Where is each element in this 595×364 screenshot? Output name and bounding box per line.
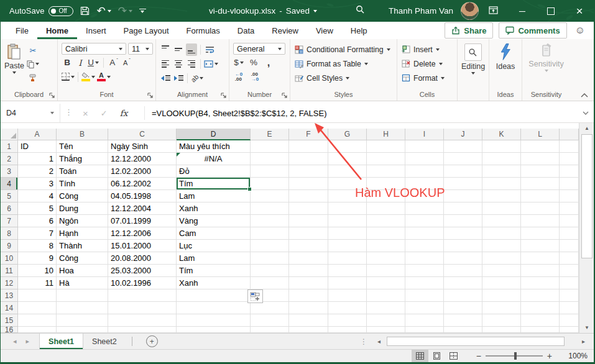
- cell-k10[interactable]: [482, 252, 521, 265]
- cell-partial-4[interactable]: [560, 178, 579, 190]
- zoom-in-button[interactable]: +: [543, 351, 556, 361]
- cell-e9[interactable]: [251, 240, 289, 252]
- zoom-out-button[interactable]: −: [472, 351, 486, 361]
- scrollbar-resize-grip[interactable]: ⋮: [360, 337, 367, 346]
- cell-j11[interactable]: [444, 265, 482, 277]
- bold-button[interactable]: B: [62, 57, 73, 69]
- cell-i13[interactable]: [405, 289, 444, 302]
- cell-c14[interactable]: [108, 302, 177, 314]
- cell-a3[interactable]: 2: [18, 165, 57, 178]
- cell-k6[interactable]: [482, 202, 521, 215]
- user-avatar[interactable]: [461, 2, 479, 20]
- cell-f4[interactable]: [289, 178, 328, 190]
- cell-j1[interactable]: [444, 140, 482, 153]
- row-header-3[interactable]: 3: [1, 165, 18, 178]
- row-header-6[interactable]: 6: [1, 202, 18, 215]
- italic-button[interactable]: I: [75, 57, 86, 69]
- cell-b8[interactable]: Hạnh: [57, 227, 108, 240]
- cell-g16[interactable]: [328, 327, 367, 333]
- cell-h7[interactable]: [367, 215, 405, 227]
- zoom-slider-handle[interactable]: [514, 352, 517, 360]
- cell-j5[interactable]: [444, 190, 482, 202]
- cell-a2[interactable]: 1: [18, 153, 57, 165]
- cell-d2[interactable]: #N/A: [177, 153, 251, 165]
- cell-j3[interactable]: [444, 165, 482, 178]
- user-name[interactable]: Thanh Pham Van: [389, 6, 453, 16]
- cell-j6[interactable]: [444, 202, 482, 215]
- row-header-16[interactable]: 16: [1, 327, 18, 333]
- cell-b6[interactable]: Dung: [57, 202, 108, 215]
- cell-d3[interactable]: Đỏ: [177, 165, 251, 178]
- cell-i12[interactable]: [405, 277, 444, 289]
- row-header-4[interactable]: 4: [1, 178, 18, 190]
- format-painter-button[interactable]: [27, 71, 39, 84]
- increase-indent-button[interactable]: [173, 72, 184, 84]
- cell-g7[interactable]: [328, 215, 367, 227]
- cell-b13[interactable]: [57, 289, 108, 302]
- cell-l8[interactable]: [521, 227, 560, 240]
- cell-e12[interactable]: [251, 277, 289, 289]
- column-header-k[interactable]: K: [482, 129, 521, 140]
- currency-button[interactable]: $: [233, 57, 244, 69]
- cell-k13[interactable]: [482, 289, 521, 302]
- select-all-button[interactable]: [1, 129, 18, 140]
- cell-f2[interactable]: [289, 153, 328, 165]
- cell-e8[interactable]: [251, 227, 289, 240]
- cell-g11[interactable]: [328, 265, 367, 277]
- cell-b3[interactable]: Toán: [57, 165, 108, 178]
- cell-d15[interactable]: [177, 314, 251, 327]
- h-scroll-left-button[interactable]: ◂: [374, 334, 384, 350]
- cancel-button[interactable]: ×: [83, 108, 88, 119]
- cell-e16[interactable]: [251, 327, 289, 333]
- zoom-level[interactable]: 100%: [564, 352, 588, 360]
- format-cells-button[interactable]: Format: [397, 71, 457, 85]
- cell-l16[interactable]: [521, 327, 560, 333]
- sensitivity-button[interactable]: Sensitivity: [528, 42, 563, 90]
- format-as-table-button[interactable]: Format as Table: [290, 57, 397, 71]
- horizontal-scrollbar-thumb[interactable]: [387, 337, 565, 346]
- cell-c12[interactable]: 10.02.1996: [108, 277, 177, 289]
- horizontal-scrollbar[interactable]: [384, 334, 578, 350]
- cell-l14[interactable]: [521, 302, 560, 314]
- cell-a5[interactable]: 4: [18, 190, 57, 202]
- enter-button[interactable]: ✓: [101, 109, 108, 118]
- cell-a12[interactable]: 11: [18, 277, 57, 289]
- column-header-partial[interactable]: [560, 129, 579, 140]
- cell-styles-button[interactable]: Cell Styles: [290, 71, 397, 85]
- cell-d8[interactable]: Cam: [177, 227, 251, 240]
- row-header-14[interactable]: 14: [1, 302, 18, 314]
- increase-font-button[interactable]: Aˆ: [108, 57, 119, 69]
- copy-button[interactable]: [27, 58, 39, 70]
- cell-a10[interactable]: 9: [18, 252, 57, 265]
- name-box[interactable]: D4: [1, 104, 60, 122]
- cell-partial-3[interactable]: [560, 165, 579, 178]
- cell-c15[interactable]: [108, 314, 177, 327]
- cell-a8[interactable]: 7: [18, 227, 57, 240]
- cell-k5[interactable]: [482, 190, 521, 202]
- alignment-dialog-launcher[interactable]: [221, 93, 227, 99]
- cell-c11[interactable]: 25.03.2000: [108, 265, 177, 277]
- cell-h1[interactable]: [367, 140, 405, 153]
- cell-j4[interactable]: [444, 178, 482, 190]
- tab-insert[interactable]: Insert: [77, 22, 115, 39]
- view-normal-button[interactable]: [412, 350, 428, 362]
- cell-f12[interactable]: [289, 277, 328, 289]
- cell-c13[interactable]: [108, 289, 177, 302]
- cell-e7[interactable]: [251, 215, 289, 227]
- formula-input[interactable]: =VLOOKUP(B4, Sheet2!$B$2:$C$12, 2, FALSE…: [152, 104, 326, 122]
- cell-a7[interactable]: 6: [18, 215, 57, 227]
- sheet-nav-next-button[interactable]: ▸: [26, 337, 30, 345]
- cell-c1[interactable]: Ngày Sinh: [108, 140, 177, 153]
- insert-function-button[interactable]: fx: [120, 108, 128, 118]
- cell-h2[interactable]: [367, 153, 405, 165]
- cell-l1[interactable]: [521, 140, 560, 153]
- cell-a4[interactable]: 3: [18, 178, 57, 190]
- maximize-button[interactable]: [537, 0, 565, 22]
- save-button[interactable]: [80, 6, 90, 16]
- cell-g2[interactable]: [328, 153, 367, 165]
- close-button[interactable]: ×: [565, 0, 594, 22]
- row-header-9[interactable]: 9: [1, 240, 18, 252]
- number-format-select[interactable]: General: [233, 43, 285, 55]
- comments-button[interactable]: Comments: [499, 22, 566, 39]
- cell-h6[interactable]: [367, 202, 405, 215]
